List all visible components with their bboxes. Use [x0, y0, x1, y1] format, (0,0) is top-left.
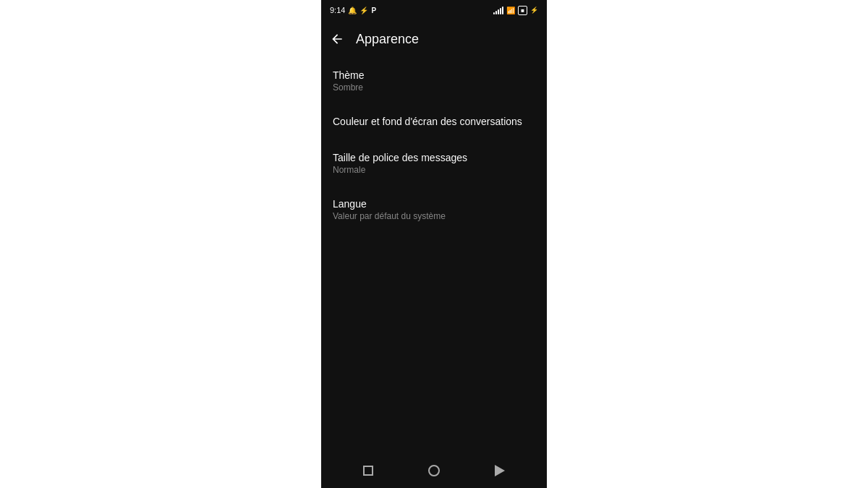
page-title: Apparence: [356, 32, 419, 47]
status-time: 9:14: [330, 6, 345, 14]
phone-screen: 9:14 🔔 ⚡ P 📶 ■ ⚡ Apparence: [321, 0, 547, 488]
home-button[interactable]: [417, 459, 451, 482]
vpn-icon: ⚡: [359, 7, 368, 14]
theme-setting-item[interactable]: Thème Sombre: [321, 58, 547, 104]
recents-button[interactable]: [352, 460, 385, 481]
taille-value: Normale: [333, 165, 535, 175]
back-arrow-icon: [330, 32, 344, 46]
couleur-setting-item[interactable]: Couleur et fond d'écran des conversation…: [321, 104, 547, 140]
back-button[interactable]: [330, 32, 344, 46]
wifi-icon: 📶: [506, 7, 515, 14]
status-bar-left: 9:14 🔔 ⚡ P: [330, 6, 376, 14]
header: Apparence: [321, 20, 547, 58]
langue-setting-item[interactable]: Langue Valeur par défaut du système: [321, 187, 547, 233]
bottom-nav: [321, 453, 547, 488]
battery-icon: ■: [518, 6, 527, 15]
signal-bars-icon: [493, 6, 503, 14]
home-icon: [428, 465, 440, 476]
taille-label: Taille de police des messages: [333, 152, 535, 163]
theme-value: Sombre: [333, 82, 535, 93]
status-bar: 9:14 🔔 ⚡ P 📶 ■ ⚡: [321, 0, 547, 20]
parking-icon: P: [371, 7, 376, 14]
signal-alarm-icon: 🔔: [348, 7, 357, 14]
settings-content: Thème Sombre Couleur et fond d'écran des…: [321, 58, 547, 453]
status-bar-right: 📶 ■ ⚡: [493, 6, 538, 15]
recents-icon: [363, 466, 373, 476]
back-nav-icon: [495, 465, 505, 476]
langue-value: Valeur par défaut du système: [333, 211, 535, 221]
couleur-label: Couleur et fond d'écran des conversation…: [333, 116, 535, 127]
charging-icon: ⚡: [530, 7, 538, 14]
back-nav-button[interactable]: [483, 459, 516, 482]
taille-setting-item[interactable]: Taille de police des messages Normale: [321, 140, 547, 187]
theme-label: Thème: [333, 69, 535, 81]
langue-label: Langue: [333, 198, 535, 210]
